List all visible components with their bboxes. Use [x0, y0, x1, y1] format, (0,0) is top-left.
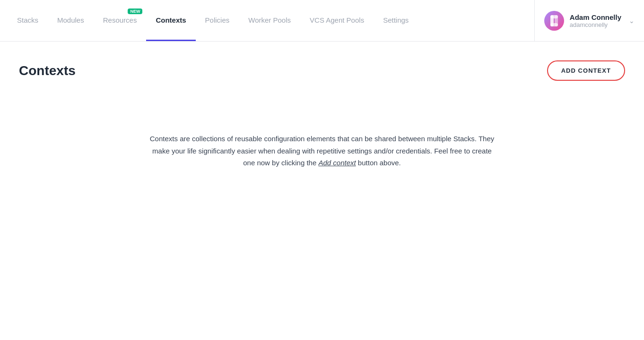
- nav-item-settings[interactable]: Settings: [374, 0, 418, 41]
- nav-item-vcs-agent-pools[interactable]: VCS Agent Pools: [300, 0, 374, 41]
- nav-label-worker-pools: Worker Pools: [248, 16, 291, 24]
- nav-item-stacks[interactable]: Stacks: [8, 0, 48, 41]
- nav-label-resources: Resources: [103, 16, 137, 24]
- nav-label-settings: Settings: [383, 16, 409, 24]
- user-handle: adamconnelly: [570, 21, 621, 28]
- resources-new-badge: New: [128, 8, 142, 14]
- nav-label-contexts: Contexts: [156, 16, 186, 24]
- nav-item-resources[interactable]: Resources New: [94, 0, 147, 41]
- nav-item-modules[interactable]: Modules: [48, 0, 94, 41]
- empty-state-line4: button above.: [358, 159, 401, 167]
- nav-item-contexts[interactable]: Contexts: [146, 0, 195, 41]
- chevron-down-icon: ⌄: [629, 17, 635, 25]
- empty-state-line2: make your life significantly easier when…: [152, 147, 492, 155]
- page-header: Contexts ADD CONTEXT: [0, 42, 644, 95]
- avatar: [544, 11, 564, 31]
- nav-label-modules: Modules: [57, 16, 84, 24]
- navbar: Stacks Modules Resources New Contexts Po…: [0, 0, 644, 42]
- nav-item-worker-pools[interactable]: Worker Pools: [239, 0, 300, 41]
- svg-rect-3: [550, 23, 558, 26]
- empty-state-description: Contexts are collections of reusable con…: [150, 133, 494, 169]
- user-info: Adam Connelly adamconnelly: [570, 13, 621, 28]
- main-content: Contexts ADD CONTEXT Contexts are collec…: [0, 42, 644, 340]
- empty-state: Contexts are collections of reusable con…: [0, 95, 644, 197]
- nav-links: Stacks Modules Resources New Contexts Po…: [8, 0, 534, 41]
- nav-label-policies: Policies: [205, 16, 230, 24]
- empty-state-line3: one now by clicking the: [243, 159, 316, 167]
- page-title: Contexts: [19, 63, 76, 78]
- empty-state-line1: Contexts are collections of reusable con…: [150, 135, 494, 143]
- user-menu[interactable]: Adam Connelly adamconnelly ⌄: [534, 0, 644, 41]
- add-context-button[interactable]: ADD CONTEXT: [547, 60, 625, 81]
- add-context-link[interactable]: Add context: [318, 159, 356, 167]
- nav-item-policies[interactable]: Policies: [196, 0, 239, 41]
- svg-rect-2: [550, 15, 558, 18]
- user-name: Adam Connelly: [570, 13, 621, 21]
- nav-label-vcs-agent-pools: VCS Agent Pools: [310, 16, 364, 24]
- nav-label-stacks: Stacks: [17, 16, 38, 24]
